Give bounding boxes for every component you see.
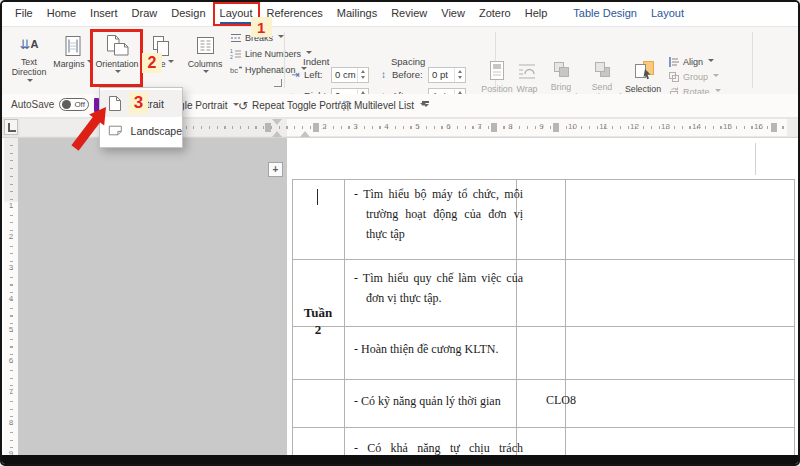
bring-forward-icon <box>552 57 571 82</box>
menu-tab[interactable]: File <box>8 2 40 26</box>
align-icon <box>668 56 680 68</box>
table-move-handle[interactable]: + <box>268 162 283 177</box>
orientation-highlight-box <box>90 29 143 87</box>
spinner-arrows[interactable] <box>357 68 368 82</box>
autosave-label: AutoSave <box>11 99 54 110</box>
text-direction-button[interactable]: ⇊A Text Direction <box>8 30 50 88</box>
chevron-down-icon <box>713 74 719 80</box>
arrange-small-buttons: Align Group Rotate <box>668 55 721 98</box>
table-row[interactable]: - Có khả năng tự chịu trách <box>345 427 794 455</box>
menu-tab-label: References <box>267 7 323 19</box>
repeat-toggle-portrait-button[interactable]: ↺ Repeat Toggle Portrait <box>238 97 351 114</box>
menu-tab[interactable]: Zotero <box>472 2 518 26</box>
task-cell[interactable]: - Tìm hiểu quy chế làm việc của đơn vị t… <box>354 269 523 309</box>
menu-tab-label: Table Design <box>573 7 637 19</box>
menu-tab[interactable]: Draw <box>125 2 165 26</box>
menu-tab-label: Zotero <box>479 7 511 19</box>
ruler-table-marker[interactable] <box>265 123 271 132</box>
spinner-arrows[interactable] <box>454 68 465 82</box>
tab-selector[interactable] <box>4 119 18 135</box>
table-row[interactable]: - Hoàn thiện đề cương KLTN. <box>345 326 794 360</box>
line-numbers-icon: 12 <box>230 48 242 60</box>
menu-tab[interactable]: Insert <box>83 2 125 26</box>
chevron-down-icon <box>168 60 174 66</box>
text-cursor <box>317 189 318 205</box>
right-indent-marker[interactable] <box>300 126 310 137</box>
ruler-numbers: 12345678910 <box>4 190 18 466</box>
indent-left-input[interactable]: 0 cm <box>331 67 369 83</box>
table-row[interactable]: - Tìm hiểu quy chế làm việc của đơn vị t… <box>345 259 794 309</box>
ruler-number: 10 <box>557 122 588 131</box>
spacing-before-icon: ↕ <box>377 69 390 80</box>
hanging-indent-marker[interactable] <box>272 126 282 137</box>
task-cell[interactable]: - Tìm hiểu bộ máy tổ chức, môi trường ho… <box>354 185 523 244</box>
menu-tab[interactable]: Design <box>164 2 212 26</box>
multilevel-list-button[interactable]: Multilevel List <box>338 97 426 114</box>
menu-tab-label: Layout <box>220 7 253 19</box>
vertical-ruler[interactable]: 12345678910 <box>4 138 18 460</box>
ruler-number: 4 <box>371 122 402 131</box>
table-row[interactable]: - Tìm hiểu bộ máy tổ chức, môi trường ho… <box>345 179 794 244</box>
margins-icon <box>63 32 83 59</box>
ruler-number: 2 <box>4 221 18 252</box>
overflow-icon <box>422 101 429 109</box>
document-area[interactable]: Tuần 2 - Tìm hiểu bộ máy tổ chức, môi tr… <box>18 138 798 455</box>
ruler-number: 14 <box>681 122 712 131</box>
margins-button[interactable]: Margins <box>52 30 94 88</box>
breaks-icon <box>230 32 242 44</box>
menu-tab-label: Review <box>391 7 427 19</box>
spacing-before-input[interactable]: 0 pt <box>428 67 466 83</box>
columns-button[interactable]: Columns <box>184 30 226 88</box>
menu-tab[interactable]: Review <box>384 2 434 26</box>
qat-overflow-button[interactable] <box>422 97 429 114</box>
send-backward-icon <box>593 57 612 82</box>
task-cell[interactable]: - Hoàn thiện đề cương KLTN. <box>354 340 523 360</box>
window-bottom-bar <box>2 455 798 464</box>
menu-tab[interactable]: Help <box>518 2 555 26</box>
ruler-table-marker[interactable] <box>491 123 497 132</box>
menu-tab-label: Help <box>525 7 548 19</box>
document-table[interactable]: Tuần 2 - Tìm hiểu bộ máy tổ chức, môi tr… <box>292 179 795 455</box>
align-button[interactable]: Align <box>668 55 721 68</box>
menu-tab-label: View <box>441 7 465 19</box>
group-separator <box>284 32 285 88</box>
ruler-number: 11 <box>588 122 619 131</box>
ruler-number: 7 <box>4 376 18 407</box>
menu-tab-label: Mailings <box>337 7 377 19</box>
group-button[interactable]: Group <box>668 70 721 83</box>
menu-tab[interactable]: Layout <box>644 2 691 26</box>
ruler-number: 1 <box>4 190 18 221</box>
indent-left-icon: ⇥ <box>289 69 302 80</box>
menu-tab-label: File <box>15 7 33 19</box>
table-row[interactable]: - Có kỹ năng quản lý thời gian CLO8 <box>345 379 794 412</box>
spacing-heading: Spacing <box>391 56 425 67</box>
task-cell[interactable]: - Có kỹ năng quản lý thời gian <box>354 392 523 412</box>
ruler-number: 4 <box>4 283 18 314</box>
ruler-table-marker[interactable] <box>771 123 777 132</box>
group-icon <box>668 71 680 83</box>
menu-tab-label: Layout <box>651 7 684 19</box>
group-separator <box>752 32 753 88</box>
menu-tab-label: Insert <box>90 7 118 19</box>
ruler-table-marker[interactable] <box>313 123 319 132</box>
ruler-number: 8 <box>4 407 18 438</box>
ruler-number: 3 <box>4 252 18 283</box>
word-window: File Home Insert Draw Design <box>0 0 800 466</box>
margin-mark <box>755 143 756 175</box>
ruler-number: 6 <box>433 122 464 131</box>
ruler-number: 13 <box>650 122 681 131</box>
page-setup-dialog-launcher-icon[interactable] <box>274 79 282 87</box>
menu-tab[interactable]: View <box>434 2 472 26</box>
chevron-down-icon <box>708 59 714 65</box>
menu-tab[interactable]: Layout 1 <box>213 2 260 26</box>
ruler-table-marker[interactable] <box>553 123 559 132</box>
menu-tab[interactable]: Table Design <box>566 2 644 26</box>
ruler-number: 6 <box>4 345 18 376</box>
chevron-down-icon <box>27 79 33 85</box>
task-cell[interactable]: - Có khả năng tự chịu trách <box>354 439 523 455</box>
menu-tab[interactable]: Mailings <box>330 2 384 26</box>
chevron-down-icon <box>203 70 209 76</box>
ruler-number: 5 <box>4 314 18 345</box>
clo-cell[interactable]: CLO8 <box>546 392 576 409</box>
menu-tab[interactable]: Home <box>40 2 83 26</box>
